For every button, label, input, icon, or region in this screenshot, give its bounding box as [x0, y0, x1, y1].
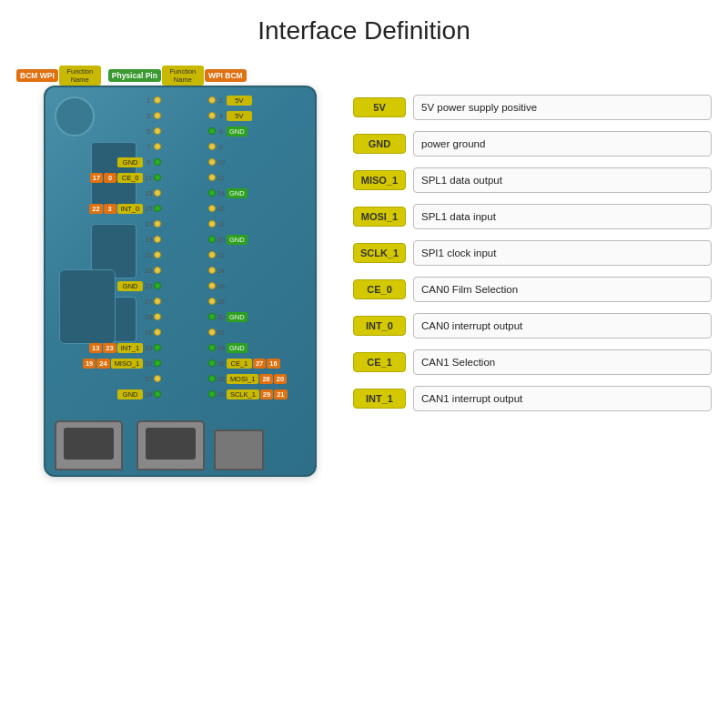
legend-badge-4: SCLK_1	[353, 243, 406, 263]
pin-row-25-26: GND 25 26	[16, 278, 353, 293]
pin-dot	[154, 313, 161, 320]
legend-badge-7: CE_1	[353, 352, 406, 372]
pin-dot	[154, 174, 161, 181]
header-wpi-bcm: WPI BCM	[205, 69, 247, 82]
header-func-right: FunctionName	[162, 66, 204, 86]
legend-badge-6: INT_0	[353, 316, 406, 336]
legend-row-8: INT_1CAN1 interrupt output	[353, 382, 712, 415]
pin-left-1-2: 1	[16, 96, 161, 105]
pin-dot	[154, 359, 161, 367]
pin-dot	[154, 158, 161, 166]
pin-dot	[208, 313, 216, 320]
pin-dot	[208, 251, 216, 258]
page: Interface Definition BCM WPI	[0, 0, 728, 728]
pin-row-19-20: 19 20 GND	[16, 232, 353, 247]
pin-dot	[208, 375, 216, 382]
pin-dot	[154, 251, 161, 258]
legend-desc-6: CAN0 interrupt output	[413, 313, 712, 339]
legend-badge-5: CE_0	[353, 279, 406, 299]
pin-row-7-8: 7 8	[16, 139, 353, 154]
legend-row-2: MISO_1SPL1 data output	[353, 164, 712, 197]
pin-dot	[154, 143, 161, 150]
legend-desc-7: CAN1 Selection	[413, 349, 712, 375]
pin-dot	[208, 298, 216, 305]
pin-dot	[208, 158, 216, 166]
pin-row-23-24: 23 24	[16, 263, 353, 278]
legend-row-7: CE_1CAN1 Selection	[353, 346, 712, 379]
header-bcm-wpi: BCM WPI	[16, 69, 58, 82]
pin-rows-container: 1 2 5V 3	[16, 93, 353, 402]
pin-dot	[154, 112, 161, 119]
pin-dot	[208, 344, 216, 351]
pin-row-13-14: 13 14 GND	[16, 186, 353, 200]
pin-dot	[208, 189, 216, 197]
legend-row-5: CE_0CAN0 Film Selection	[353, 273, 712, 306]
pin-row-33-34: 13 23 INT_1 33 34 GND	[16, 340, 353, 355]
pin-dot	[208, 127, 216, 135]
pin-row-11-12: 17 0 CE_0 11 12	[16, 170, 353, 185]
pin-row-37-38: 37 38 MOSI_1 28 20	[16, 371, 353, 386]
legend-badge-3: MOSI_1	[353, 207, 406, 227]
pin-dot	[154, 375, 161, 382]
legend-row-0: 5V5V power supply positive	[353, 91, 712, 124]
legend-desc-3: SPL1 data input	[413, 204, 712, 229]
pin-row-27-28: 27 28	[16, 294, 353, 308]
pin-row-3-4: 3 4 5V	[16, 108, 353, 123]
pin-row-1-2: 1 2 5V	[16, 93, 353, 107]
legend-desc-4: SPI1 clock input	[413, 240, 712, 266]
legend-row-3: MOSI_1SPL1 data input	[353, 200, 712, 233]
pin-right-1-2: 2 5V	[208, 96, 353, 106]
pin-dot	[154, 267, 161, 274]
legend-badge-2: MISO_1	[353, 170, 406, 190]
legend-desc-2: SPL1 data output	[413, 167, 712, 193]
pin-row-39-40: GND 39 40 SCLK_1 29 21	[16, 387, 353, 401]
pin-row-35-36: 19 24 MISO_1 35 36 CE_1 27 16	[16, 356, 353, 370]
header-func-left: FunctionName	[59, 66, 101, 86]
pin-dot	[208, 112, 216, 119]
pin-dot	[208, 143, 216, 150]
legend-row-6: INT_0CAN0 interrupt output	[353, 309, 712, 342]
pin-dot	[208, 282, 216, 289]
legend-badge-8: INT_1	[353, 389, 406, 409]
pin-dot	[208, 205, 216, 212]
pin-dot	[208, 96, 216, 104]
pin-row-31-32: 31 32	[16, 325, 353, 339]
header-physical-pin: Physical Pin	[108, 69, 161, 82]
page-title: Interface Definition	[0, 0, 728, 55]
pin-dot	[154, 127, 161, 135]
legend-row-1: GNDpower ground	[353, 127, 712, 160]
pin-row-17-18: 17 18	[16, 217, 353, 231]
pin-dot	[154, 344, 161, 351]
legend-desc-8: CAN1 interrupt output	[413, 386, 712, 411]
legend-badge-1: GND	[353, 134, 406, 154]
board-area: BCM WPI FunctionName Physical Pin Functi…	[16, 58, 344, 495]
pin-dot	[208, 329, 216, 336]
pin-dot	[154, 298, 161, 305]
pin-row-29-30: 29 30 GND	[16, 309, 353, 324]
pin-dot	[154, 189, 161, 197]
pin-dot	[208, 220, 216, 228]
pin-header-row: BCM WPI FunctionName Physical Pin Functi…	[16, 66, 326, 86]
pin-row-21-22: 21 22	[16, 248, 353, 262]
pin-row-15-16: 22 3 INT_0 15 16	[16, 201, 353, 216]
pin-dot	[154, 205, 161, 212]
pin-dot	[154, 390, 161, 398]
pin-dot	[208, 390, 216, 398]
pin-dot	[208, 174, 216, 181]
pin-dot	[208, 359, 216, 367]
pin-dot	[208, 267, 216, 274]
pin-dot	[154, 282, 161, 289]
legend-row-4: SCLK_1SPI1 clock input	[353, 237, 712, 269]
pin-row-9-10: GND 9 10	[16, 155, 353, 169]
legend-area: 5V5V power supply positiveGNDpower groun…	[353, 91, 712, 495]
legend-badge-0: 5V	[353, 97, 406, 117]
legend-desc-1: power ground	[413, 131, 712, 157]
legend-desc-0: 5V power supply positive	[413, 95, 712, 120]
pin-row-5-6: 5 6 GND	[16, 124, 353, 138]
legend-desc-5: CAN0 Film Selection	[413, 277, 712, 302]
main-content: BCM WPI FunctionName Physical Pin Functi…	[0, 58, 728, 495]
pin-dot	[154, 236, 161, 243]
pin-dot	[154, 329, 161, 336]
pin-dot	[154, 96, 161, 104]
pin-dot	[208, 236, 216, 243]
